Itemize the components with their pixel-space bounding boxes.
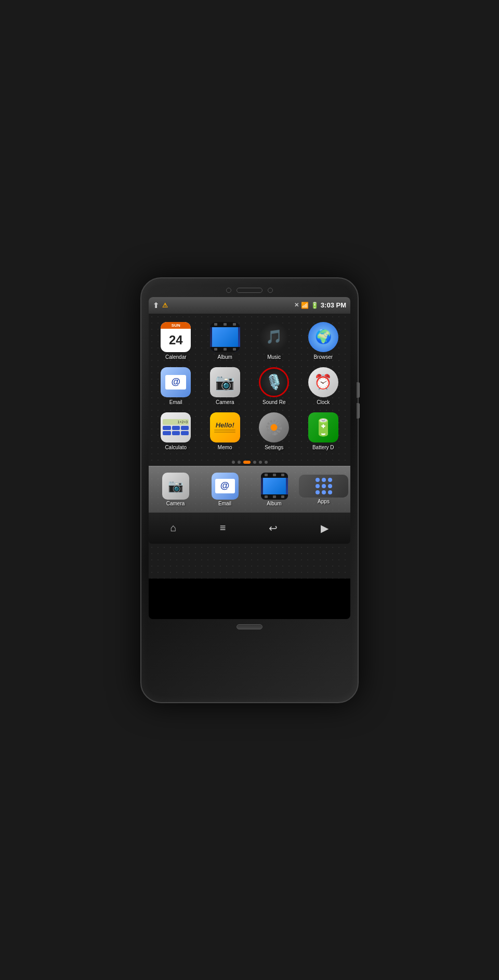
calc-btn (172, 426, 180, 430)
usb-icon: ⬆ (153, 301, 159, 310)
battery-icon: 🔋 (311, 302, 319, 309)
nav-bar: ⌂ ≡ ↩ ▶ (149, 513, 350, 544)
page-dot-1[interactable] (232, 461, 235, 464)
app-browser[interactable]: 🌍 Browser (299, 319, 348, 363)
earpiece-speaker (237, 288, 262, 293)
app-label-album: Album (218, 354, 232, 360)
film-hole (224, 323, 227, 326)
front-camera (226, 288, 231, 293)
dock-label-camera: Camera (166, 501, 185, 506)
dock-label-album: Album (267, 501, 281, 506)
calendar-icon: SUN 24 (161, 322, 191, 352)
clock-icon: ⏰ (308, 367, 338, 397)
settings-icon (259, 412, 289, 442)
status-time: 3:03 PM (321, 301, 346, 309)
app-label-battery: Battery D (312, 445, 334, 450)
page-dot-3-active[interactable] (243, 461, 251, 464)
dock-item-email[interactable]: @ Email (200, 473, 250, 506)
memo-icon: Hello! (210, 412, 240, 442)
apps-dot (322, 478, 326, 482)
app-label-calculator: Calculato (165, 445, 187, 450)
apps-dot (322, 484, 326, 488)
dock-film-strip-top (261, 473, 288, 478)
phone-screen: ⬆ ⚠ ✕ 📶 🔋 3:03 PM SUN 24 (149, 297, 350, 619)
dock-label-email: Email (218, 501, 231, 506)
phone-device: ⬆ ⚠ ✕ 📶 🔋 3:03 PM SUN 24 (140, 277, 359, 703)
signal-bars-icon: 📶 (301, 302, 309, 309)
physical-home-button[interactable] (237, 624, 262, 629)
volume-up-button[interactable] (357, 382, 360, 398)
email-at-symbol: @ (171, 377, 180, 387)
apps-dot (316, 478, 320, 482)
app-label-clock: Clock (317, 399, 330, 405)
app-soundrec[interactable]: 🎙️ Sound Re (250, 364, 298, 408)
sensor (268, 288, 273, 293)
app-clock[interactable]: ⏰ Clock (299, 364, 348, 408)
soundrec-icon: 🎙️ (259, 367, 289, 397)
page-dot-6[interactable] (265, 461, 268, 464)
calculator-icon: 1+2=3 (161, 412, 191, 442)
app-label-music: Music (267, 354, 281, 360)
app-camera[interactable]: 📷 Camera (201, 364, 250, 408)
no-service-icon: ✕ (294, 302, 299, 308)
status-right: ✕ 📶 🔋 3:03 PM (294, 301, 346, 309)
apps-dot (316, 490, 320, 494)
album-icon (210, 322, 240, 352)
page-dot-5[interactable] (259, 461, 262, 464)
dock-label-apps: Apps (318, 499, 330, 504)
apps-dot (322, 490, 326, 494)
gear-svg-icon (265, 418, 283, 437)
apps-dot (316, 484, 320, 488)
film-strip-top (210, 322, 240, 327)
calc-btn (163, 431, 170, 435)
film-hole (281, 495, 284, 498)
dock-item-album[interactable]: Album (250, 473, 299, 506)
calc-display: 1+2=3 (163, 419, 189, 425)
camera-icon: 📷 (210, 367, 240, 397)
film-hole (233, 323, 236, 326)
calc-btn (181, 431, 189, 435)
apps-dot (328, 484, 332, 488)
dock-bar: 📷 Camera @ Email (149, 466, 350, 513)
dock-film-strip-bottom (261, 494, 288, 500)
app-album[interactable]: Album (201, 319, 250, 363)
dock-email-icon: @ (212, 473, 239, 500)
dock-item-camera[interactable]: 📷 Camera (151, 473, 200, 506)
page-dot-2[interactable] (238, 461, 241, 464)
home-nav-button[interactable]: ⌂ (162, 518, 185, 538)
calc-btn (163, 426, 170, 430)
film-hole (281, 474, 284, 476)
recent-nav-button[interactable]: ▶ (312, 518, 337, 539)
app-label-calendar: Calendar (165, 354, 187, 360)
menu-nav-button[interactable]: ≡ (212, 518, 234, 538)
dock-email-at: @ (220, 480, 230, 491)
dock-apps-icon (299, 475, 348, 498)
page-dot-4[interactable] (253, 461, 256, 464)
apps-dots-grid (312, 475, 335, 498)
back-nav-button[interactable]: ↩ (260, 518, 286, 539)
phone-top-bar (149, 288, 350, 293)
email-envelope: @ (165, 375, 186, 390)
status-left: ⬆ ⚠ (153, 301, 168, 310)
music-icon: 🎵 (259, 322, 289, 352)
calc-btn (172, 431, 180, 435)
calendar-date-label: 24 (161, 329, 191, 352)
film-strip-bottom (210, 347, 240, 352)
battery-doctor-icon: 🔋 (308, 412, 338, 442)
app-settings[interactable]: Settings (250, 409, 298, 453)
app-label-email: Email (169, 399, 182, 405)
app-email[interactable]: @ Email (152, 364, 200, 408)
volume-down-button[interactable] (357, 403, 360, 419)
dock-album-icon (261, 473, 288, 500)
app-battery[interactable]: 🔋 Battery D (299, 409, 348, 453)
app-memo[interactable]: Hello! Memo (201, 409, 250, 453)
app-music[interactable]: 🎵 Music (250, 319, 298, 363)
app-label-camera: Camera (216, 399, 234, 405)
app-calculator[interactable]: 1+2=3 Calculato (152, 409, 200, 453)
film-hole (273, 495, 276, 498)
phone-bottom-bar (149, 624, 350, 629)
app-calendar[interactable]: SUN 24 Calendar (152, 319, 200, 363)
dock-item-apps[interactable]: Apps (299, 475, 348, 504)
memo-line (214, 429, 235, 431)
app-label-settings: Settings (265, 445, 283, 450)
